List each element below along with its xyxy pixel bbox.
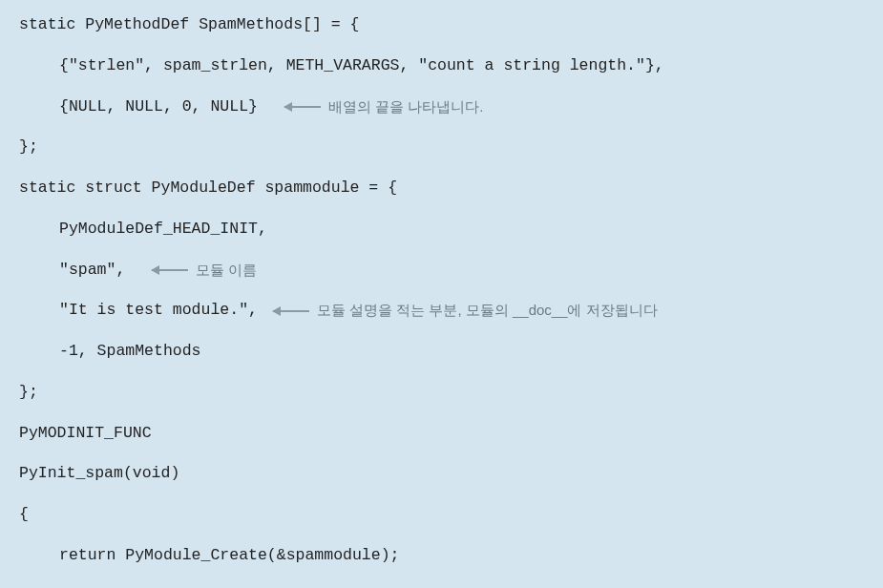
code-text: PyInit_spam(void) bbox=[19, 462, 179, 486]
code-text: {"strlen", spam_strlen, METH_VARARGS, "c… bbox=[59, 54, 664, 78]
code-text: return PyModule_Create(&spammodule); bbox=[59, 544, 399, 568]
code-line-11: PyMODINIT_FUNC bbox=[19, 422, 864, 446]
code-line-5: static struct PyModuleDef spammodule = { bbox=[19, 177, 864, 200]
code-text: PyMODINIT_FUNC bbox=[19, 422, 152, 446]
code-line-12: PyInit_spam(void) bbox=[19, 462, 864, 486]
code-line-4: }; bbox=[19, 136, 864, 159]
code-line-13: { bbox=[19, 503, 864, 527]
code-text: "spam", bbox=[59, 259, 125, 283]
annotation-text: 모듈 이름 bbox=[196, 260, 257, 282]
code-line-8: "It is test module.", 모듈 설명을 적는 부분, 모듈의 … bbox=[19, 299, 864, 323]
code-text: {NULL, NULL, 0, NULL} bbox=[59, 95, 258, 119]
annotation-module-doc: 모듈 설명을 적는 부분, 모듈의 __doc__에 저장됩니다 bbox=[273, 300, 658, 322]
code-line-7: "spam", 모듈 이름 bbox=[19, 259, 864, 283]
arrow-left-icon bbox=[273, 310, 309, 312]
annotation-array-end: 배열의 끝을 나타냅니다. bbox=[284, 96, 484, 118]
code-text: static PyMethodDef SpamMethods[] = { bbox=[19, 13, 359, 37]
code-text: PyModuleDef_HEAD_INIT, bbox=[59, 218, 267, 242]
code-line-2: {"strlen", spam_strlen, METH_VARARGS, "c… bbox=[19, 54, 864, 78]
code-line-10: }; bbox=[19, 381, 864, 405]
code-line-6: PyModuleDef_HEAD_INIT, bbox=[19, 218, 864, 242]
annotation-text: 배열의 끝을 나타냅니다. bbox=[328, 96, 484, 118]
code-text: }; bbox=[19, 136, 38, 159]
arrow-left-icon bbox=[152, 269, 188, 271]
code-line-15: } bbox=[19, 585, 864, 589]
code-text: -1, SpamMethods bbox=[59, 340, 201, 364]
code-text: static struct PyModuleDef spammodule = { bbox=[19, 177, 397, 200]
code-text: { bbox=[19, 503, 29, 527]
code-text: }; bbox=[19, 381, 38, 405]
annotation-module-name: 모듈 이름 bbox=[152, 260, 257, 282]
arrow-left-icon bbox=[284, 106, 321, 108]
code-line-3: {NULL, NULL, 0, NULL} 배열의 끝을 나타냅니다. bbox=[19, 95, 864, 119]
code-line-14: return PyModule_Create(&spammodule); bbox=[19, 544, 864, 568]
annotation-text: 모듈 설명을 적는 부분, 모듈의 __doc__에 저장됩니다 bbox=[317, 300, 658, 322]
code-text: } bbox=[19, 585, 29, 589]
code-line-1: static PyMethodDef SpamMethods[] = { bbox=[19, 13, 864, 37]
code-text: "It is test module.", bbox=[59, 299, 258, 323]
code-line-9: -1, SpamMethods bbox=[19, 340, 864, 364]
